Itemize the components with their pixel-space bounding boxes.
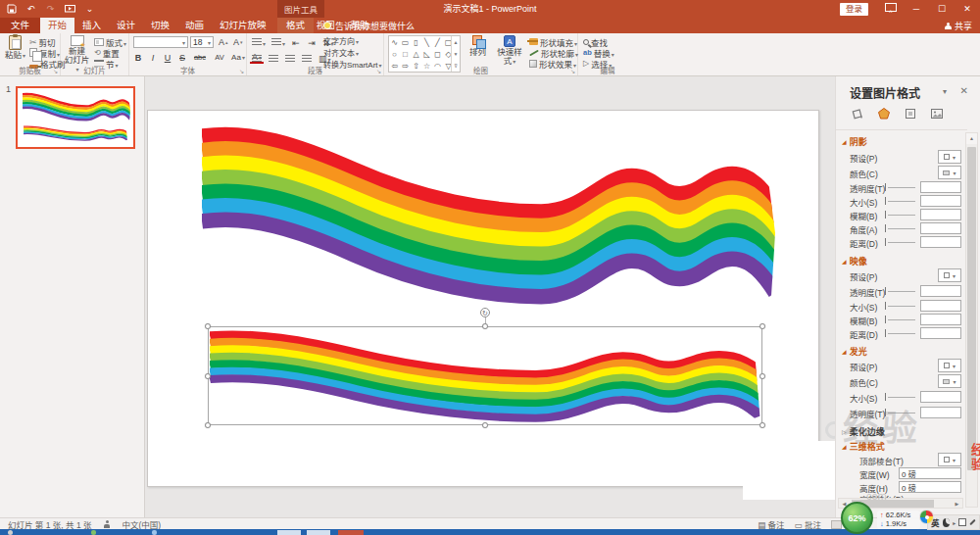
shadow-transparency-slider[interactable]	[885, 183, 886, 191]
picture-tab-icon[interactable]	[929, 106, 944, 121]
network-speed-widget[interactable]: ↑ 62.6K/s ↓ 1.9K/s	[877, 511, 920, 529]
handle-nw[interactable]	[205, 323, 211, 329]
glow-transparency-slider[interactable]	[885, 409, 886, 416]
justify-button[interactable]	[302, 55, 312, 63]
shape-square-icon[interactable]: □	[400, 50, 411, 59]
char-spacing-button[interactable]: AV	[213, 53, 226, 62]
handle-sw[interactable]	[205, 422, 211, 428]
shadow-distance-slider[interactable]	[885, 238, 886, 246]
tray-expand-icon[interactable]: ▸	[953, 519, 956, 526]
shadow-blur-slider[interactable]	[885, 211, 886, 219]
section-soft-edges[interactable]: ▷柔化边缘	[842, 425, 885, 437]
handle-s[interactable]	[482, 422, 488, 428]
shadow-color-button[interactable]	[938, 166, 961, 179]
reflection-size-input[interactable]	[920, 300, 961, 312]
handle-w[interactable]	[205, 373, 211, 379]
memory-usage-ball[interactable]: 62%	[841, 502, 873, 534]
glow-color-button[interactable]	[938, 374, 961, 388]
drawing-dialog-launcher[interactable]: ↘	[570, 68, 575, 74]
shadow-size-slider[interactable]	[885, 197, 886, 205]
windows-taskbar[interactable]	[0, 529, 980, 535]
align-right-button[interactable]	[285, 55, 295, 63]
reflection-size-slider[interactable]	[885, 302, 886, 310]
strikethrough-button[interactable]: S	[177, 53, 187, 63]
numbering-button[interactable]	[271, 38, 285, 48]
shape-rect-icon[interactable]: ▭	[400, 38, 411, 47]
handle-se[interactable]	[760, 422, 765, 428]
scroll-up-icon[interactable]: ▲	[966, 133, 977, 144]
shape-line2-icon[interactable]: ╱	[432, 38, 443, 47]
redo-icon[interactable]: ↷	[45, 4, 56, 15]
shape-line-icon[interactable]: ╲	[421, 38, 432, 47]
signin-button[interactable]: 登录	[840, 3, 868, 16]
moon-icon[interactable]	[943, 518, 951, 527]
handle-e[interactable]	[760, 373, 765, 379]
tab-insert[interactable]: 插入	[74, 18, 109, 33]
shape-oval-icon[interactable]: ○	[389, 50, 400, 59]
tab-slideshow[interactable]: 幻灯片放映	[212, 18, 274, 33]
maximize-button[interactable]: ☐	[929, 0, 955, 18]
layout-button[interactable]: 版式	[94, 36, 126, 47]
glow-preset-button[interactable]	[938, 359, 961, 372]
shadow-angle-slider[interactable]	[885, 224, 886, 232]
shadow-preset-button[interactable]	[938, 150, 961, 164]
selection-box[interactable]: ↻	[208, 326, 762, 425]
pane-close-icon[interactable]: ✕	[960, 85, 968, 96]
effects-tab-icon[interactable]	[876, 106, 891, 121]
close-button[interactable]: ✕	[955, 0, 980, 18]
paste-button[interactable]: 粘贴	[2, 34, 28, 61]
change-case-button[interactable]: Aa	[231, 53, 245, 62]
glow-transparency-input[interactable]	[920, 407, 961, 418]
tab-file[interactable]: 文件	[0, 18, 40, 33]
copy-button[interactable]: 复制	[29, 47, 60, 58]
rotate-handle[interactable]: ↻	[480, 308, 490, 317]
bevel-width-input[interactable]	[899, 467, 961, 479]
slide[interactable]: ↻	[147, 110, 819, 487]
decrease-indent-button[interactable]: ⇤	[291, 38, 301, 48]
increase-indent-button[interactable]: ⇥	[307, 38, 317, 48]
shadow-distance-input[interactable]	[920, 236, 961, 248]
section-3d-format[interactable]: ◢三维格式	[842, 440, 885, 452]
replace-button[interactable]: ab替换	[583, 47, 614, 58]
reflection-distance-slider[interactable]	[885, 329, 886, 337]
minimize-button[interactable]: ─	[904, 0, 929, 18]
start-slideshow-icon[interactable]	[65, 4, 75, 15]
shape-freeform-icon[interactable]: ∿	[389, 38, 400, 47]
fill-line-tab-icon[interactable]	[850, 106, 864, 121]
rainbow-picture-large[interactable]	[202, 122, 775, 307]
font-name-combo[interactable]	[133, 36, 188, 48]
pane-vertical-scrollbar[interactable]: ▲	[965, 132, 978, 508]
glow-size-input[interactable]	[920, 391, 961, 403]
slide-1-thumbnail[interactable]	[16, 86, 135, 149]
tab-home[interactable]: 开始	[40, 18, 74, 33]
size-properties-tab-icon[interactable]	[903, 106, 917, 121]
browser-ball-icon[interactable]	[919, 510, 934, 524]
share-button[interactable]: 共享	[945, 18, 972, 33]
paragraph-dialog-launcher[interactable]: ↘	[376, 68, 381, 74]
bold-button[interactable]: B	[133, 53, 143, 63]
bullets-button[interactable]	[252, 38, 266, 48]
wrench-icon[interactable]	[969, 519, 975, 525]
tab-transitions[interactable]: 切换	[143, 18, 177, 33]
shadow-angle-input[interactable]	[920, 222, 961, 234]
top-bevel-button[interactable]	[938, 453, 961, 466]
align-center-button[interactable]	[269, 55, 278, 63]
tab-animations[interactable]: 动画	[177, 18, 212, 33]
font-dialog-launcher[interactable]: ↘	[239, 68, 244, 74]
reflection-transparency-slider[interactable]	[885, 287, 886, 295]
shape-rtriangle-icon[interactable]: ◺	[421, 50, 432, 59]
reflection-blur-input[interactable]	[920, 314, 961, 325]
pane-menu-caret-icon[interactable]: ▾	[943, 87, 947, 96]
quick-styles-button[interactable]: A 快速样式	[494, 34, 525, 67]
shrink-font-button[interactable]: A▾	[231, 36, 243, 47]
section-reflection[interactable]: ◢映像	[842, 255, 867, 267]
glow-size-slider[interactable]	[885, 393, 886, 401]
arrange-button[interactable]: 排列	[465, 34, 491, 57]
reflection-transparency-input[interactable]	[920, 285, 961, 297]
tray-frame-icon[interactable]	[958, 518, 966, 526]
shape-triangle-icon[interactable]: △	[411, 50, 421, 59]
tab-format[interactable]: 格式	[277, 18, 314, 33]
customize-qat-icon[interactable]: ⌄	[84, 4, 95, 15]
section-shadow[interactable]: ◢阴影	[842, 135, 867, 147]
taskbar-app-1[interactable]	[277, 530, 301, 535]
